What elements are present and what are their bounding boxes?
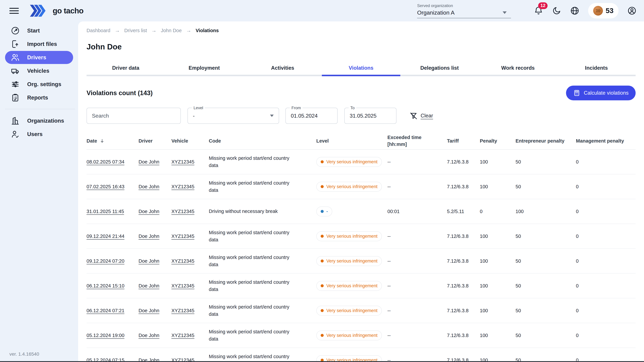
tab-activities[interactable]: Activities <box>243 63 322 75</box>
calculate-violations-button[interactable]: Calculate violations <box>566 86 636 100</box>
exceeded-time-value: -- <box>388 184 447 189</box>
violation-vehicle-link[interactable]: XYZ12345 <box>172 258 194 264</box>
violation-date-link[interactable]: 05.12.2024 07:15 <box>86 358 124 361</box>
sidebar-item-users[interactable]: Users <box>5 128 73 141</box>
violation-vehicle-link[interactable]: XYZ12345 <box>172 209 194 214</box>
violation-vehicle-link[interactable]: XYZ12345 <box>172 184 194 189</box>
dark-mode-toggle[interactable] <box>552 6 561 15</box>
violation-date-link[interactable]: 05.12.2024 19:00 <box>86 333 124 338</box>
violation-driver-link[interactable]: Doe John <box>138 258 159 264</box>
violation-driver-link[interactable]: Doe John <box>138 333 159 338</box>
building-icon <box>11 116 20 125</box>
violation-date-link[interactable]: 06.12.2024 07:21 <box>86 308 124 313</box>
breadcrumb-john-doe[interactable]: John Doe <box>161 28 182 33</box>
table-body: 08.02.2025 07:34 Doe John XYZ12345 Missi… <box>86 150 636 361</box>
table-row: 09.12.2024 07:20 Doe John XYZ12345 Missi… <box>86 249 636 274</box>
tab-delegations-list[interactable]: Delegations list <box>400 63 479 75</box>
app-logo[interactable]: go tacho <box>30 4 84 17</box>
tab-track <box>86 75 636 76</box>
tab-violations[interactable]: Violations <box>322 63 400 75</box>
violation-date-link[interactable]: 06.12.2024 15:10 <box>86 283 124 288</box>
filters-bar: Level - From 01.05.2024 To 31.05.2025 Cl… <box>86 108 636 124</box>
violation-driver-link[interactable]: Doe John <box>138 283 159 288</box>
page-title: John Doe <box>86 42 636 51</box>
penalty-value: 100 <box>480 258 516 264</box>
breadcrumb-drivers-list[interactable]: Drivers list <box>124 28 147 33</box>
violation-date-link[interactable]: 31.01.2025 11:45 <box>86 209 124 214</box>
entrepreneur-penalty-value: 50 <box>516 283 576 289</box>
search-input[interactable] <box>92 113 176 119</box>
entrepreneur-penalty-value: 50 <box>516 308 576 313</box>
table-row: 08.02.2025 07:34 Doe John XYZ12345 Missi… <box>86 150 636 174</box>
sidebar-item-vehicles[interactable]: Vehicles <box>5 64 73 77</box>
tariff-value: 7.12/6.3.8 <box>447 233 480 239</box>
violation-vehicle-link[interactable]: XYZ12345 <box>172 308 194 313</box>
credits-counter[interactable]: 53 <box>588 3 618 18</box>
violation-vehicle-link[interactable]: XYZ12345 <box>172 358 194 361</box>
column-header-management-penalty: Management penalty <box>576 138 636 144</box>
date-from-field[interactable]: From 01.05.2024 <box>286 108 338 124</box>
level-select-label: Level <box>192 106 205 110</box>
tab-driver-data[interactable]: Driver data <box>86 63 165 75</box>
tab-work-records[interactable]: Work records <box>479 63 557 75</box>
violation-driver-link[interactable]: Doe John <box>138 184 159 189</box>
violation-date-link[interactable]: 09.12.2024 07:20 <box>86 258 124 264</box>
violation-driver-link[interactable]: Doe John <box>138 308 159 313</box>
level-badge-label: Very serious infringement <box>326 333 378 338</box>
level-badge-label: Very serious infringement <box>326 184 378 189</box>
violation-driver-link[interactable]: Doe John <box>138 233 159 239</box>
exceeded-time-value: -- <box>388 258 447 264</box>
violation-date-link[interactable]: 07.02.2025 16:43 <box>86 184 124 189</box>
violation-vehicle-link[interactable]: XYZ12345 <box>172 333 194 338</box>
tab-employment[interactable]: Employment <box>165 63 244 75</box>
violation-vehicle-link[interactable]: XYZ12345 <box>172 159 194 165</box>
globe-icon <box>570 6 580 15</box>
penalty-value: 100 <box>480 233 516 239</box>
served-organization-select[interactable]: Served organization Organization A <box>417 3 511 18</box>
clear-filters-button[interactable]: Clear <box>409 112 433 120</box>
sidebar-item-drivers[interactable]: Drivers <box>5 51 73 64</box>
date-to-label: To <box>349 106 356 110</box>
sidebar-item-reports[interactable]: Reports <box>5 91 73 104</box>
level-badge-label: Very serious infringement <box>326 234 378 239</box>
table-row: 05.12.2024 07:15 Doe John XYZ12345 Missi… <box>86 348 636 361</box>
violation-code: Missing work period start/end country da… <box>209 229 304 244</box>
notifications-button[interactable]: 12 <box>534 6 543 15</box>
level-badge-label: - <box>326 209 328 214</box>
date-to-field[interactable]: To 31.05.2025 <box>344 108 396 124</box>
sidebar-item-import-files[interactable]: Import files <box>5 37 73 51</box>
topbar-actions: Served organization Organization A 12 <box>417 3 636 18</box>
tariff-value: 7.12/6.3.8 <box>447 283 480 289</box>
level-dot-icon <box>321 334 324 337</box>
tab-incidents[interactable]: Incidents <box>557 63 636 75</box>
violation-vehicle-link[interactable]: XYZ12345 <box>172 233 194 239</box>
level-dot-icon <box>321 259 324 262</box>
moon-icon <box>552 6 561 15</box>
search-field[interactable] <box>86 108 181 124</box>
violation-date-link[interactable]: 09.12.2024 21:44 <box>86 233 124 239</box>
breadcrumb-current: Violations <box>196 28 219 33</box>
violation-driver-link[interactable]: Doe John <box>138 159 159 165</box>
violation-date-link[interactable]: 08.02.2025 07:34 <box>86 159 124 165</box>
violation-driver-link[interactable]: Doe John <box>138 358 159 361</box>
breadcrumb-dashboard[interactable]: Dashboard <box>86 28 110 33</box>
penalty-value: 100 <box>480 283 516 289</box>
account-button[interactable] <box>627 6 636 15</box>
level-select[interactable]: Level - <box>188 108 279 124</box>
table-row: 06.12.2024 15:10 Doe John XYZ12345 Missi… <box>86 274 636 298</box>
violation-driver-link[interactable]: Doe John <box>138 209 159 214</box>
penalty-value: 100 <box>480 184 516 189</box>
report-clipboard-icon <box>11 93 20 102</box>
sidebar-item-start[interactable]: Start <box>5 24 73 37</box>
language-button[interactable] <box>570 6 580 15</box>
column-header-date[interactable]: Date <box>86 138 138 144</box>
clear-filters-label: Clear <box>420 113 433 119</box>
sidebar-item-organizations[interactable]: Organizations <box>5 114 73 127</box>
violation-vehicle-link[interactable]: XYZ12345 <box>172 283 194 288</box>
filter-off-icon <box>409 112 418 120</box>
sidebar-item-org-settings[interactable]: Org. settings <box>5 78 73 91</box>
menu-icon[interactable] <box>10 6 19 15</box>
level-badge: Very serious infringement <box>316 306 382 316</box>
level-badge: - <box>316 206 332 216</box>
date-from-label: From <box>290 106 302 110</box>
